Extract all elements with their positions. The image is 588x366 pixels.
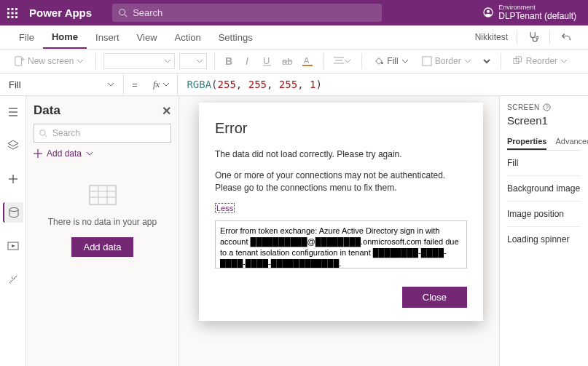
close-button[interactable]: Close — [402, 287, 467, 308]
error-details-textarea[interactable] — [215, 220, 467, 268]
dialog-message-1: The data did not load correctly. Please … — [215, 148, 467, 161]
error-dialog: Error The data did not load correctly. P… — [199, 103, 483, 321]
dialog-message-2: One or more of your connections may not … — [215, 170, 467, 194]
details-toggle[interactable]: Less — [215, 203, 235, 213]
dialog-title: Error — [215, 120, 467, 137]
